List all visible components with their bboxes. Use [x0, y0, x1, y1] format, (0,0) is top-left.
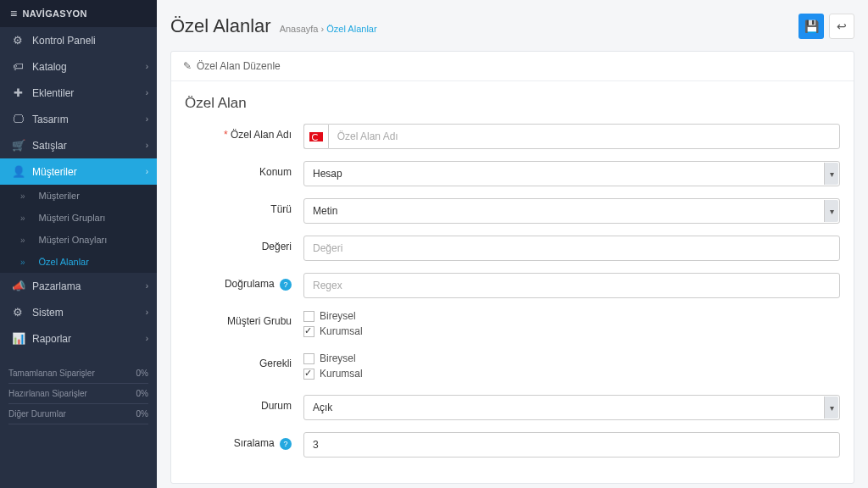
checkbox-option[interactable]: Kurumsal [303, 325, 840, 337]
status-label: Durum [185, 395, 303, 412]
nav-icon: ⚙ [12, 306, 24, 319]
nav-icon: 👤 [12, 165, 24, 178]
sidebar-stats: Tamamlanan Siparişler0%Hazırlanan Sipari… [8, 363, 148, 424]
chevron-right-icon: › [146, 88, 148, 97]
nav-icon: 🛒 [12, 139, 24, 152]
chevron-right-icon: › [146, 62, 148, 71]
type-label: Türü [185, 198, 303, 215]
checkbox-option[interactable]: Bireysel [303, 310, 840, 322]
validation-label: Doğrulama ? [185, 273, 303, 291]
crumb-home[interactable]: Anasayfa [280, 24, 319, 34]
sidebar-subitem[interactable]: Özel Alanlar [0, 251, 157, 273]
sidebar-item-sistem[interactable]: ⚙Sistem› [0, 299, 157, 325]
stat-row: Tamamlanan Siparişler0% [8, 363, 148, 384]
nav-label: Pazarlama [32, 280, 81, 292]
checkbox[interactable] [303, 311, 314, 322]
chevron-right-icon: › [146, 167, 148, 176]
back-button[interactable]: ↩ [829, 14, 854, 39]
sidebar-subitem[interactable]: Müşteri Grupları [0, 207, 157, 229]
sort-input[interactable] [303, 432, 840, 458]
nav-label: Müşteriler [32, 166, 77, 178]
breadcrumb: Anasayfa › Özel Alanlar [280, 24, 377, 34]
panel-header: ✎ Özel Alan Düzenle [171, 52, 854, 81]
sidebar-item-raporlar[interactable]: 📊Raporlar› [0, 325, 157, 352]
page-header: Özel Alanlar Anasayfa › Özel Alanlar 💾 ↩ [170, 14, 854, 39]
sidebar-item-eklentiler[interactable]: ✚Eklentiler› [0, 80, 157, 106]
pencil-icon: ✎ [183, 60, 192, 72]
sidebar-subitem[interactable]: Müşteri Onayları [0, 229, 157, 251]
help-icon[interactable]: ? [280, 438, 292, 450]
value-input[interactable] [303, 236, 840, 261]
flag-icon [303, 124, 328, 149]
checkbox-option[interactable]: Bireysel [303, 352, 840, 364]
nav-label: Raporlar [32, 333, 71, 345]
nav-label: Kontrol Paneli [32, 35, 96, 47]
checkbox[interactable] [303, 326, 314, 337]
chevron-right-icon: › [146, 281, 148, 291]
nav-icon: ⚙ [12, 34, 24, 47]
checkbox[interactable] [303, 369, 314, 380]
nav-label: Eklentiler [32, 87, 74, 99]
nav-label: Katalog [32, 61, 67, 73]
nav-icon: 🖵 [12, 113, 24, 125]
sidebar-item-tasarım[interactable]: 🖵Tasarım› [0, 106, 157, 132]
sidebar-item-katalog[interactable]: 🏷Katalog› [0, 53, 157, 80]
value-label: Değeri [185, 236, 303, 252]
main: Özel Alanlar Anasayfa › Özel Alanlar 💾 ↩… [157, 0, 868, 488]
sidebar-title: NAVİGASYON [0, 0, 157, 27]
panel-title: Özel Alan Düzenle [197, 60, 281, 72]
customer-group-label: Müşteri Grubu [185, 310, 303, 327]
nav-icon: 📊 [12, 332, 24, 345]
save-button[interactable]: 💾 [798, 14, 824, 39]
checkbox-option[interactable]: Kurumsal [303, 368, 840, 380]
chevron-right-icon: › [146, 334, 148, 343]
nav-list: ⚙Kontrol Paneli🏷Katalog›✚Eklentiler›🖵Tas… [0, 27, 157, 352]
panel: ✎ Özel Alan Düzenle Özel Alan * Özel Ala… [170, 51, 854, 484]
sidebar-item-pazarlama[interactable]: 📣Pazarlama› [0, 273, 157, 299]
location-label: Konum [185, 161, 303, 178]
name-label: * Özel Alan Adı [185, 124, 303, 141]
sort-label: Sıralama ? [185, 432, 303, 450]
sidebar-subitem[interactable]: Müşteriler [0, 185, 157, 207]
nav-label: Tasarım [32, 114, 69, 125]
customer-group-checks: BireyselKurumsal [303, 310, 840, 341]
stat-row: Diğer Durumlar0% [8, 404, 148, 424]
nav-icon: 🏷 [12, 60, 24, 73]
chevron-right-icon: › [146, 141, 148, 150]
page-title: Özel Alanlar [170, 15, 271, 37]
nav-label: Satışlar [32, 140, 67, 152]
validation-input[interactable] [303, 273, 840, 298]
type-select[interactable]: Metin [303, 198, 840, 224]
stat-row: Hazırlanan Siparişler0% [8, 384, 148, 404]
nav-label: Sistem [32, 307, 64, 319]
required-label: Gerekli [185, 352, 303, 369]
chevron-right-icon: › [146, 114, 148, 124]
sidebar-item-satışlar[interactable]: 🛒Satışlar› [0, 132, 157, 158]
location-select[interactable]: Hesap [303, 161, 840, 186]
help-icon[interactable]: ? [280, 279, 292, 291]
required-checks: BireyselKurumsal [303, 352, 840, 383]
nav-icon: ✚ [12, 86, 24, 99]
checkbox[interactable] [303, 353, 314, 364]
section-title: Özel Alan [185, 95, 840, 112]
sidebar-item-kontrol-paneli[interactable]: ⚙Kontrol Paneli [0, 27, 157, 53]
status-select[interactable]: Açık [303, 395, 840, 420]
chevron-right-icon: › [146, 308, 148, 317]
sidebar-item-müşteriler[interactable]: 👤Müşteriler› [0, 158, 157, 185]
crumb-current[interactable]: Özel Alanlar [326, 24, 376, 34]
name-input[interactable] [328, 124, 840, 149]
sidebar: NAVİGASYON ⚙Kontrol Paneli🏷Katalog›✚Ekle… [0, 0, 157, 488]
nav-icon: 📣 [12, 280, 24, 292]
